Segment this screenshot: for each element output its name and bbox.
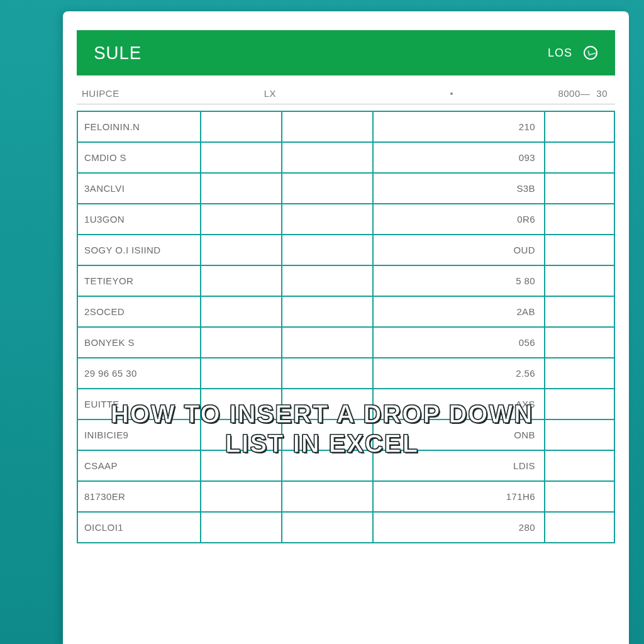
cell[interactable]	[282, 389, 373, 419]
cell[interactable]: OUD	[373, 235, 545, 265]
cell[interactable]	[201, 142, 281, 173]
cell[interactable]: 2.56	[373, 358, 545, 389]
dot-icon	[450, 92, 453, 95]
cell[interactable]	[545, 265, 614, 296]
cell[interactable]	[282, 235, 373, 265]
cell[interactable]	[201, 204, 281, 235]
cell[interactable]	[201, 481, 281, 512]
cell[interactable]: AXS	[373, 389, 545, 419]
cell[interactable]: BONYEK S	[77, 327, 201, 358]
cell[interactable]: 056	[373, 327, 545, 358]
table-row[interactable]: SOGY O.I ISIINDOUD	[77, 235, 614, 265]
cell[interactable]	[545, 512, 614, 543]
cell[interactable]: TETIEYOR	[77, 265, 201, 296]
table-row[interactable]: 2SOCED2AB	[77, 296, 614, 327]
cell[interactable]	[282, 142, 373, 173]
table-row[interactable]: 1U3GON0R6	[77, 204, 614, 235]
cell[interactable]: FELOININ.N	[77, 111, 201, 142]
refresh-icon[interactable]	[584, 46, 597, 60]
cell[interactable]: 29 96 65 30	[77, 358, 201, 389]
cell[interactable]	[201, 512, 281, 543]
cell[interactable]: Csaap	[77, 450, 201, 481]
cell[interactable]	[201, 358, 281, 389]
spreadsheet-card: SULE LOS HUIPCE LX 8000— 30 FELOININ.N21…	[63, 11, 629, 644]
table-row[interactable]: EUITTEAXS	[77, 389, 614, 419]
cell[interactable]	[282, 296, 373, 327]
cell[interactable]	[545, 481, 614, 512]
cell[interactable]: 210	[373, 111, 545, 142]
table-row[interactable]: 3ANCLVIS3B	[77, 173, 614, 204]
subheader-label-2: LX	[264, 88, 340, 99]
cell[interactable]	[282, 204, 373, 235]
cell[interactable]	[545, 389, 614, 419]
cell[interactable]	[201, 419, 281, 450]
cell[interactable]: 3ANCLVI	[77, 173, 201, 204]
cell[interactable]	[282, 265, 373, 296]
cell[interactable]	[545, 450, 614, 481]
data-table: FELOININ.N210 CMDIO S093 3ANCLVIS3B 1U3G…	[77, 111, 615, 543]
cell[interactable]: OICLOI1	[77, 512, 201, 543]
cell[interactable]	[201, 173, 281, 204]
cell[interactable]	[545, 235, 614, 265]
table-row[interactable]: INIBICIE9ONB	[77, 419, 614, 450]
cell[interactable]	[545, 204, 614, 235]
cell[interactable]	[201, 296, 281, 327]
table-row[interactable]: BONYEK S056	[77, 327, 614, 358]
cell[interactable]: EUITTE	[77, 389, 201, 419]
cell[interactable]: ONB	[373, 419, 545, 450]
cell[interactable]: 093	[373, 142, 545, 173]
cell[interactable]: 280	[373, 512, 545, 543]
cell[interactable]: LDIS	[373, 450, 545, 481]
header-right-label: LOS	[548, 47, 572, 60]
table-row[interactable]: CMDIO S093	[77, 142, 614, 173]
cell[interactable]	[201, 450, 281, 481]
cell[interactable]: 81730ER	[77, 481, 201, 512]
cell[interactable]	[201, 235, 281, 265]
subheader-value-2: 30	[596, 88, 608, 99]
table-row[interactable]: CsaapLDIS	[77, 450, 614, 481]
data-table-body: FELOININ.N210 CMDIO S093 3ANCLVIS3B 1U3G…	[77, 111, 614, 543]
cell[interactable]	[545, 296, 614, 327]
table-row[interactable]: FELOININ.N210	[77, 111, 614, 142]
cell[interactable]: INIBICIE9	[77, 419, 201, 450]
cell[interactable]	[201, 111, 281, 142]
cell[interactable]	[282, 419, 373, 450]
table-row[interactable]: 81730ER171H6	[77, 481, 614, 512]
cell[interactable]	[282, 450, 373, 481]
cell[interactable]	[282, 512, 373, 543]
table-row[interactable]: OICLOI1280	[77, 512, 614, 543]
cell[interactable]	[545, 111, 614, 142]
table-row[interactable]: TETIEYOR5 80	[77, 265, 614, 296]
cell[interactable]	[282, 173, 373, 204]
cell[interactable]: 5 80	[373, 265, 545, 296]
cell[interactable]: 171H6	[373, 481, 545, 512]
cell[interactable]: S3B	[373, 173, 545, 204]
cell[interactable]	[201, 265, 281, 296]
cell[interactable]	[545, 142, 614, 173]
cell[interactable]	[545, 358, 614, 389]
cell[interactable]	[545, 419, 614, 450]
cell[interactable]	[282, 481, 373, 512]
cell[interactable]	[282, 111, 373, 142]
column-subheader: HUIPCE LX 8000— 30	[77, 83, 615, 104]
cell[interactable]	[282, 358, 373, 389]
cell[interactable]	[282, 327, 373, 358]
cell[interactable]: 2SOCED	[77, 296, 201, 327]
cell[interactable]: CMDIO S	[77, 142, 201, 173]
cell[interactable]	[201, 327, 281, 358]
cell[interactable]: 0R6	[373, 204, 545, 235]
cell[interactable]: 1U3GON	[77, 204, 201, 235]
cell[interactable]	[545, 173, 614, 204]
subheader-value-1: 8000—	[558, 88, 590, 99]
sheet-title: SULE	[94, 42, 142, 64]
table-row[interactable]: 29 96 65 302.56	[77, 358, 614, 389]
cell[interactable]	[201, 389, 281, 419]
cell[interactable]: 2AB	[373, 296, 545, 327]
cell[interactable]	[545, 327, 614, 358]
header-right-group: LOS	[548, 46, 597, 60]
sheet-header: SULE LOS	[77, 30, 615, 75]
cell[interactable]: SOGY O.I ISIIND	[77, 235, 201, 265]
subheader-label-1: HUIPCE	[82, 88, 264, 99]
